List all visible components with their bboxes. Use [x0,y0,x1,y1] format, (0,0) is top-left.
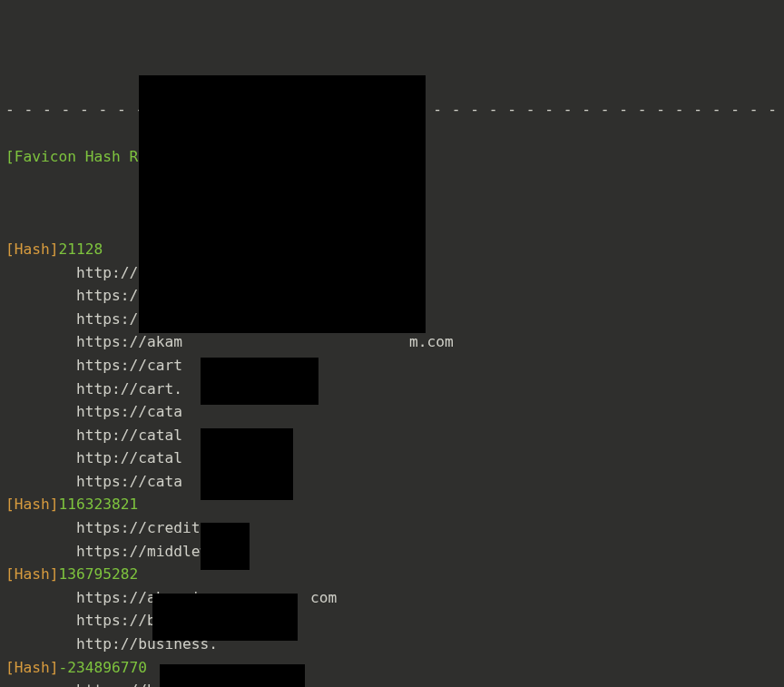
url-line: https://cata [5,470,784,494]
hash-line: [Hash] -234896770 [5,656,784,680]
section-title-dash: - [200,145,218,169]
hash-value: 21128 [58,238,103,261]
url-suffix: com [273,679,299,687]
blank-line [5,191,784,215]
hash-label: [Hash] [5,563,58,586]
url-line: http://catal [5,424,784,447]
hash-value: -234896770 [58,656,146,680]
url-line: https://cata [5,400,784,424]
url-text: https://boxoffice. [5,679,235,687]
url-line: http://business. [5,633,784,656]
divider-line: - - - - - - - - - - - - - - - - - - - - … [5,98,784,122]
url-text: https://business [5,609,218,633]
url-suffix: m.com [409,330,454,354]
url-text: http://business. [5,633,218,656]
results-output: [Hash] 21128 http://apipr https://apip h… [5,238,784,687]
url-line: https://boxoffice.com [5,679,784,687]
hash-line: [Hash] 21128 [5,238,784,261]
url-text: http://catal [5,424,182,447]
url-text: https://cata [5,470,182,494]
url-text: https://apip [5,284,182,308]
url-line: http://apipr [5,261,784,285]
url-text: https://akamai-p [5,586,218,610]
hash-value: 116323821 [58,493,138,516]
url-line: http://catal [5,447,784,470]
url-line: https://cart [5,354,784,378]
hash-label: [Hash] [5,656,58,680]
url-line: https://akamm.com [5,330,784,354]
url-suffix: com [310,586,337,610]
url-text: https://cata [5,400,182,424]
url-line: https://akamai-pcom [5,586,784,610]
hash-label: [Hash] [5,238,58,261]
url-text: https://middleware [5,540,235,564]
hash-line: [Hash] 116323821 [5,493,784,516]
url-text: https://cart [5,354,182,378]
url-line: https://credit-car [5,516,784,540]
url-line: https://apip [5,284,784,308]
url-text: https://akam [5,330,182,354]
url-line: https://business [5,609,784,633]
hash-value: 136795282 [58,563,138,586]
url-text: https://credit-car [5,516,235,540]
url-line: http://cart. [5,378,784,401]
hash-line: [Hash] 136795282 [5,563,784,586]
url-text: http://cart. [5,378,182,401]
url-line: https://ads. [5,308,784,331]
url-text: http://catal [5,447,182,470]
section-title-label: [Favicon Hash Results] [5,145,200,169]
url-text: http://apipr [5,261,182,285]
section-title: [Favicon Hash Results] - [5,145,784,169]
url-line: https://middleware [5,540,784,564]
hash-label: [Hash] [5,493,58,516]
url-text: https://ads. [5,308,182,331]
